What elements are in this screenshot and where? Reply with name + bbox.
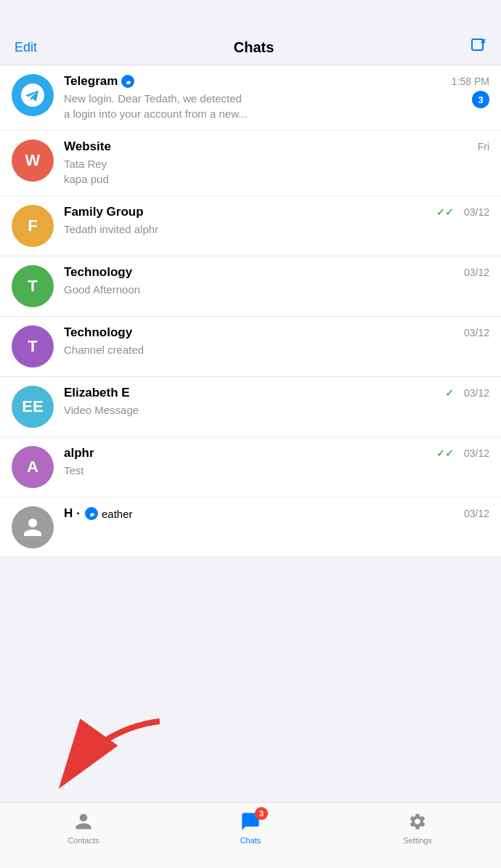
avatar: EE xyxy=(12,386,54,428)
tab-settings[interactable]: Settings xyxy=(334,810,501,845)
list-item[interactable]: F Family Group ✓✓ 03/12 Tedath invited a… xyxy=(0,196,501,256)
chat-content: Website Fri Tata Rey kapa pud xyxy=(64,139,489,187)
contacts-tab-label: Contacts xyxy=(68,836,99,845)
chat-content: H · eather 03/12 xyxy=(64,506,489,523)
chat-name: alphr xyxy=(64,446,94,461)
avatar: T xyxy=(12,265,54,307)
chat-preview: Tedath invited alphr xyxy=(64,222,489,237)
tab-bar: Contacts 3 Chats Settings xyxy=(0,802,501,868)
chat-content: Technology 03/12 Channel created xyxy=(64,325,489,357)
unread-badge: 3 xyxy=(472,91,489,108)
double-tick-icon: ✓✓ xyxy=(436,206,454,218)
list-item[interactable]: H · eather 03/12 xyxy=(0,498,501,556)
chat-time: 03/12 xyxy=(464,206,489,218)
list-item[interactable]: A alphr ✓✓ 03/12 Test xyxy=(0,437,501,498)
header: Edit Chats xyxy=(0,0,501,65)
avatar: W xyxy=(12,139,54,182)
verified-badge xyxy=(121,75,134,88)
edit-button[interactable]: Edit xyxy=(15,40,37,55)
chat-name: Family Group xyxy=(64,205,144,219)
chat-time-wrap: ✓✓ 03/12 xyxy=(436,206,489,218)
chat-time: Fri xyxy=(478,141,489,153)
single-tick-icon: ✓ xyxy=(445,387,454,399)
chat-time: 03/12 xyxy=(464,327,489,338)
chat-time: 03/12 xyxy=(464,267,489,278)
compose-button[interactable] xyxy=(471,38,486,57)
chats-badge: 3 xyxy=(255,807,268,820)
settings-icon xyxy=(406,810,429,833)
chat-name: H · eather xyxy=(64,506,133,521)
avatar xyxy=(12,506,54,548)
svg-rect-0 xyxy=(472,39,483,50)
chat-name: Telegram xyxy=(64,74,134,89)
chat-time: 03/12 xyxy=(464,508,489,519)
chat-content: Telegram 1:58 PM New login. Dear Tedath,… xyxy=(64,74,489,121)
red-arrow-annotation xyxy=(29,714,174,804)
chat-name: Website xyxy=(64,139,111,154)
chats-tab-label: Chats xyxy=(240,836,261,845)
double-tick-icon: ✓✓ xyxy=(436,447,454,459)
chat-name: Elizabeth E xyxy=(64,386,130,400)
list-item[interactable]: T Technology 03/12 Good Afternoon xyxy=(0,256,501,317)
tab-chats[interactable]: 3 Chats xyxy=(167,810,334,845)
chat-preview: Good Afternoon xyxy=(64,282,489,297)
verified-badge xyxy=(85,507,98,520)
list-item[interactable]: EE Elizabeth E ✓ 03/12 Video Message xyxy=(0,377,501,437)
contacts-icon xyxy=(72,810,95,833)
chat-preview: Video Message xyxy=(64,402,489,418)
settings-tab-label: Settings xyxy=(403,836,432,845)
chat-content: Elizabeth E ✓ 03/12 Video Message xyxy=(64,386,489,418)
avatar: F xyxy=(12,205,54,247)
avatar xyxy=(12,74,54,116)
chat-content: alphr ✓✓ 03/12 Test xyxy=(64,446,489,478)
chat-name: Technology xyxy=(64,325,132,340)
chat-time: 1:58 PM xyxy=(452,76,489,87)
page-title: Chats xyxy=(234,39,274,56)
avatar: A xyxy=(12,446,54,488)
list-item[interactable]: Telegram 1:58 PM New login. Dear Tedath,… xyxy=(0,65,501,131)
chat-time-wrap: ✓✓ 03/12 xyxy=(436,447,489,459)
chat-name: Technology xyxy=(64,265,132,280)
chat-time-wrap: 1:58 PM xyxy=(446,76,489,87)
list-item[interactable]: T Technology 03/12 Channel created xyxy=(0,317,501,377)
tab-contacts[interactable]: Contacts xyxy=(0,810,167,845)
chat-content: Family Group ✓✓ 03/12 Tedath invited alp… xyxy=(64,205,489,237)
chat-preview: New login. Dear Tedath, we detected a lo… xyxy=(64,91,248,121)
chat-content: Technology 03/12 Good Afternoon xyxy=(64,265,489,297)
chat-preview: Tata Rey kapa pud xyxy=(64,156,489,187)
chat-preview: Channel created xyxy=(64,342,489,357)
chat-time: 03/12 xyxy=(464,387,489,399)
chat-time-wrap: ✓ 03/12 xyxy=(445,387,489,399)
list-item[interactable]: W Website Fri Tata Rey kapa pud xyxy=(0,131,501,196)
chat-list: Telegram 1:58 PM New login. Dear Tedath,… xyxy=(0,65,501,556)
chats-icon: 3 xyxy=(239,810,262,833)
chat-time: 03/12 xyxy=(464,447,489,459)
chat-preview: Test xyxy=(64,463,489,478)
avatar: T xyxy=(12,325,54,368)
